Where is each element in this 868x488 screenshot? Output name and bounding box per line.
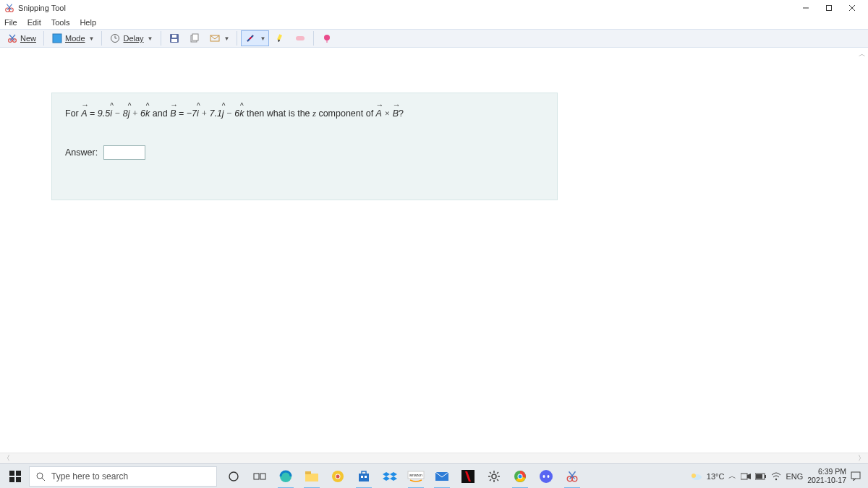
- svg-line-61: [490, 472, 491, 474]
- svg-point-70: [548, 475, 550, 478]
- svg-rect-37: [260, 474, 265, 479]
- mail-icon: [209, 33, 221, 44]
- menu-help[interactable]: Help: [78, 18, 98, 27]
- svg-point-82: [775, 478, 777, 479]
- svg-rect-30: [16, 471, 21, 476]
- separator: [237, 31, 237, 46]
- svg-rect-36: [254, 474, 259, 479]
- svg-rect-26: [296, 36, 305, 40]
- svg-point-68: [540, 470, 553, 483]
- scroll-right-icon[interactable]: 〉: [858, 453, 865, 463]
- tray-chevron-icon[interactable]: ︿: [728, 471, 736, 481]
- separator: [313, 31, 314, 46]
- highlighter-button[interactable]: [271, 30, 289, 46]
- scissors-icon: [7, 33, 18, 44]
- svg-rect-77: [741, 474, 747, 479]
- svg-line-62: [497, 479, 498, 481]
- new-label: New: [20, 34, 36, 43]
- svg-point-33: [37, 473, 43, 479]
- svg-point-56: [492, 474, 496, 479]
- cortana-button[interactable]: [221, 464, 246, 489]
- svg-rect-83: [851, 472, 860, 479]
- tray-lang[interactable]: ENG: [786, 472, 803, 481]
- start-button[interactable]: [3, 464, 27, 489]
- svg-rect-12: [53, 34, 61, 43]
- chrome-app[interactable]: [508, 464, 532, 489]
- weather-temp[interactable]: 13°C: [707, 472, 725, 481]
- store-app[interactable]: [352, 464, 376, 489]
- svg-rect-47: [365, 476, 367, 478]
- edge-app[interactable]: [273, 464, 298, 489]
- delay-label: Delay: [123, 34, 143, 43]
- horizontal-scrollbar[interactable]: 〈 〉: [0, 453, 868, 463]
- answer-input[interactable]: [103, 145, 145, 160]
- svg-line-64: [490, 479, 491, 481]
- svg-line-63: [497, 472, 498, 474]
- taskbar-search[interactable]: Type here to search: [29, 466, 217, 487]
- dropbox-app[interactable]: [378, 464, 402, 489]
- maximize-button[interactable]: [817, 1, 841, 15]
- svg-point-35: [229, 472, 238, 481]
- save-button[interactable]: [165, 30, 184, 46]
- wifi-icon[interactable]: [771, 472, 781, 481]
- svg-rect-17: [171, 39, 177, 42]
- svg-rect-39: [305, 474, 318, 481]
- svg-marker-50: [383, 476, 390, 481]
- menu-bar: File Edit Tools Help: [0, 16, 868, 29]
- eraser-button[interactable]: [291, 30, 310, 46]
- close-button[interactable]: [841, 1, 864, 15]
- chevron-down-icon: ▼: [89, 35, 95, 42]
- new-snip-button[interactable]: New: [3, 30, 40, 46]
- svg-rect-5: [827, 6, 832, 11]
- balloon-icon: [321, 33, 333, 44]
- delay-button[interactable]: Delay ▼: [106, 30, 156, 46]
- pen-button[interactable]: ▼: [241, 30, 269, 46]
- menu-tools[interactable]: Tools: [50, 18, 72, 27]
- scroll-left-icon[interactable]: 〈: [3, 453, 10, 463]
- snipping-tool-app[interactable]: [560, 464, 584, 489]
- amazon-app[interactable]: amazon: [404, 464, 428, 489]
- answer-row: Answer:: [65, 145, 544, 160]
- chrome-canary-app[interactable]: [326, 464, 350, 489]
- pen-icon: [244, 33, 256, 44]
- svg-line-34: [42, 478, 45, 481]
- windows-icon: [9, 471, 21, 482]
- svg-point-69: [543, 475, 545, 478]
- tray-clock[interactable]: 6:39 PM 2021-10-17: [807, 468, 846, 484]
- discord-app[interactable]: [534, 464, 558, 489]
- svg-point-76: [692, 474, 696, 478]
- settings-app[interactable]: [482, 464, 506, 489]
- chevron-down-icon: ▼: [148, 35, 153, 42]
- notifications-icon[interactable]: [851, 471, 861, 481]
- question-text: For A = 9.5i − 8j + 6k and B = −7i + 7.1…: [65, 106, 544, 121]
- send-button[interactable]: ▼: [205, 30, 234, 46]
- svg-rect-46: [361, 476, 363, 478]
- meet-now-icon[interactable]: [741, 472, 751, 481]
- task-view-button[interactable]: [247, 464, 272, 489]
- netflix-app[interactable]: [456, 464, 480, 489]
- battery-icon[interactable]: [755, 473, 767, 480]
- paint3d-button[interactable]: [318, 30, 336, 46]
- minimize-button[interactable]: [794, 1, 817, 15]
- mode-button[interactable]: Mode ▼: [48, 30, 98, 46]
- snipping-tool-icon: [4, 3, 14, 13]
- highlighter-icon: [274, 33, 286, 44]
- svg-marker-48: [383, 472, 390, 476]
- mail-app[interactable]: [430, 464, 454, 489]
- question-panel: For A = 9.5i − 8j + 6k and B = −7i + 7.1…: [51, 93, 558, 200]
- explorer-app[interactable]: [299, 464, 324, 489]
- svg-rect-32: [16, 477, 21, 482]
- scroll-up-icon[interactable]: ︿: [859, 49, 866, 59]
- copy-icon: [189, 33, 200, 44]
- svg-point-67: [519, 474, 522, 478]
- menu-file[interactable]: File: [3, 18, 19, 27]
- svg-rect-29: [9, 471, 14, 476]
- menu-edit[interactable]: Edit: [26, 18, 43, 27]
- chevron-down-icon: ▼: [224, 35, 230, 42]
- copy-button[interactable]: [185, 30, 204, 46]
- svg-point-43: [336, 474, 340, 478]
- weather-icon[interactable]: [689, 471, 702, 481]
- separator: [101, 31, 102, 46]
- mode-icon: [51, 33, 63, 44]
- svg-rect-81: [756, 474, 762, 479]
